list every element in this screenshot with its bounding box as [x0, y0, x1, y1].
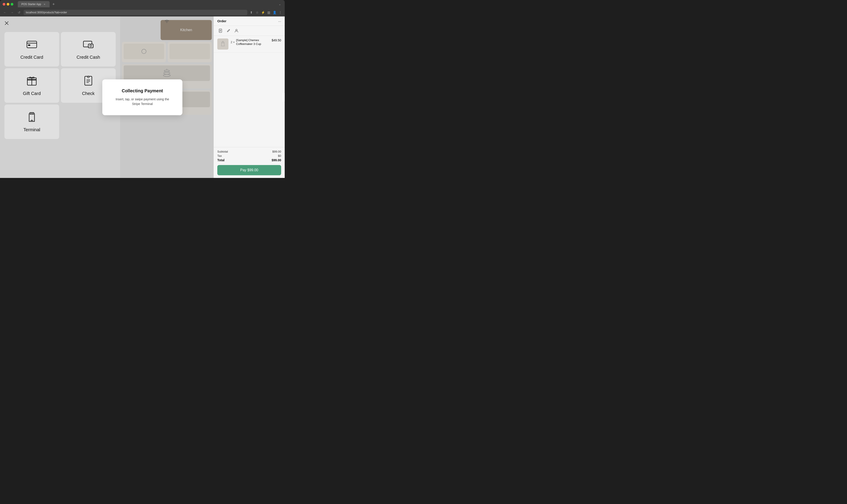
order-item-chemex: 2 × [Sample] Chemex Coffeemaker 3 Cup $4… [214, 36, 285, 53]
order-title: Order [217, 19, 227, 23]
svg-point-18 [167, 22, 167, 23]
browser-toolbar: ← → ↺ localhost:3000/products?tab=order … [0, 8, 285, 16]
url-text: localhost:3000/products?tab=order [26, 11, 67, 14]
minimize-window-btn[interactable] [7, 3, 10, 5]
svg-point-28 [236, 29, 237, 31]
payment-options-grid: Credit Card Credit Cash [4, 21, 116, 139]
titlebar: POS Starter App ✕ + ⌄ [0, 0, 285, 8]
bg-product-card-1[interactable] [122, 42, 166, 62]
bg-product-grid [122, 42, 212, 62]
order-document-icon[interactable] [217, 28, 223, 34]
svg-point-19 [142, 49, 146, 54]
collecting-payment-modal: Collecting Payment Insert, tap, or swipe… [102, 79, 182, 115]
order-more-button[interactable]: ··· [278, 20, 281, 23]
active-tab[interactable]: POS Starter App ✕ [18, 1, 50, 7]
chemex-thumbnail [217, 38, 229, 50]
gift-card-label: Gift Card [23, 91, 41, 96]
subtotal-value: $99.00 [272, 150, 281, 153]
tab-close-btn[interactable]: ✕ [43, 3, 46, 6]
wifi-icon [164, 20, 169, 24]
forward-button[interactable]: → [10, 10, 15, 15]
order-action-bar [214, 26, 285, 36]
pay-button[interactable]: Pay $99.00 [217, 165, 281, 175]
bookmark-icon[interactable]: ☆ [255, 10, 259, 15]
order-customer-icon[interactable] [233, 28, 239, 34]
svg-point-29 [222, 41, 223, 42]
item-name: [Sample] Chemex Coffeemaker 3 Cup [236, 38, 269, 46]
menu-icon[interactable]: ⋮ [278, 10, 283, 15]
order-collapse-btn[interactable]: ‹ [283, 93, 285, 102]
credit-cash-option[interactable]: Credit Cash [61, 32, 116, 67]
order-totals: Subtotal $99.00 Tax $0 Total $99.00 Pay … [214, 147, 285, 178]
gift-card-option[interactable]: Gift Card [4, 68, 59, 103]
credit-cash-icon [83, 39, 94, 52]
gift-card-icon [26, 75, 38, 88]
modal-subtitle: Insert, tap, or swipe payment using the … [113, 97, 171, 106]
credit-card-option[interactable]: Credit Card [4, 32, 59, 67]
total-label: Total [217, 158, 224, 162]
item-price: $49.50 [272, 38, 281, 42]
toolbar-actions: ⬆ ☆ ⚡ ▥ 👤 ⋮ [249, 10, 283, 15]
kitchen-label: Kitchen [180, 28, 192, 32]
svg-point-20 [164, 70, 169, 72]
sidebar-icon[interactable]: ▥ [267, 10, 271, 15]
modal-title: Collecting Payment [113, 88, 171, 93]
check-icon [83, 75, 94, 88]
new-tab-button[interactable]: + [51, 2, 56, 7]
address-bar[interactable]: localhost:3000/products?tab=order [23, 10, 247, 15]
refresh-button[interactable]: ↺ [16, 10, 22, 15]
back-button[interactable]: ← [2, 10, 7, 15]
total-value: $99.00 [272, 158, 281, 162]
share-icon[interactable]: ⬆ [249, 10, 254, 15]
order-header: Order ··· [214, 16, 285, 26]
bg-product-card-2[interactable] [168, 42, 212, 62]
total-row: Total $99.00 [217, 158, 281, 162]
traffic-lights [3, 3, 13, 5]
tax-label: Tax [217, 154, 222, 158]
svg-rect-4 [28, 44, 30, 46]
item-qty: 2 × [231, 40, 235, 44]
extension-icon[interactable]: ⚡ [261, 10, 265, 15]
credit-card-label: Credit Card [20, 55, 43, 60]
tab-bar: POS Starter App ✕ + [18, 1, 276, 7]
svg-rect-6 [88, 44, 93, 48]
profile-icon[interactable]: 👤 [272, 10, 277, 15]
tab-title: POS Starter App [21, 3, 41, 6]
terminal-label: Terminal [23, 127, 40, 132]
order-edit-icon[interactable] [225, 28, 232, 34]
subtotal-row: Subtotal $99.00 [217, 150, 281, 153]
window-controls: ⌄ [277, 3, 282, 6]
check-label: Check [82, 91, 95, 96]
svg-point-22 [163, 74, 170, 76]
tax-value: $0 [278, 154, 281, 158]
page-content: Credit Card Credit Cash [0, 16, 285, 178]
credit-cash-label: Credit Cash [76, 55, 100, 60]
order-sidebar: Order ··· 2 × [214, 16, 285, 178]
subtotal-label: Subtotal [217, 150, 228, 153]
close-window-btn[interactable] [3, 3, 5, 5]
close-payment-panel-button[interactable] [3, 20, 10, 26]
terminal-option[interactable]: Terminal [4, 105, 59, 139]
svg-point-21 [164, 72, 170, 74]
tax-row: Tax $0 [217, 154, 281, 158]
payment-panel: Credit Card Credit Cash [0, 16, 120, 178]
maximize-window-btn[interactable] [11, 3, 13, 5]
order-spacer [214, 53, 285, 147]
credit-card-icon [26, 39, 38, 52]
browser-window: POS Starter App ✕ + ⌄ ← → ↺ localhost:30… [0, 0, 285, 178]
terminal-icon [26, 111, 38, 125]
